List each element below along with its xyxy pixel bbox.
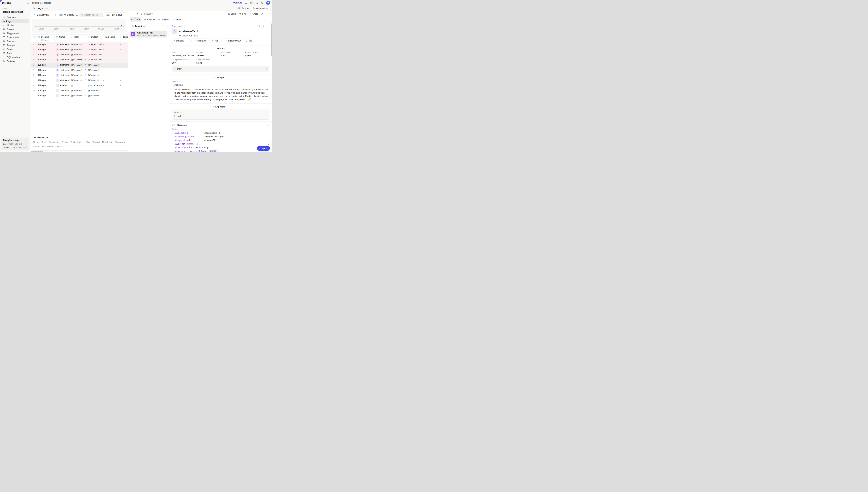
select-all-cell[interactable] <box>30 34 36 42</box>
json-view-icon[interactable]: { } <box>256 25 260 27</box>
column-header-tags[interactable]: Tags <box>118 34 128 42</box>
find-button[interactable]: Find <box>239 13 246 15</box>
table-row-5[interactable]: 5 12h ago ai.streamT… [{"content":" … [{… <box>30 63 128 68</box>
display-button[interactable]: Display <box>64 14 74 16</box>
table-row-4[interactable]: 4 12h ago ai.streamT… [{"content":" … AI… <box>30 57 128 63</box>
traces-histogram[interactable]: Sat 14 12 PM Feb 15 12 PM Mon 16 12 PM <box>32 19 126 33</box>
footer-link-changelog[interactable]: Changelog <box>115 141 125 143</box>
close-panel-button[interactable] <box>266 11 271 16</box>
filter-button[interactable]: Filter <box>54 14 63 16</box>
sidebar-item-prompts[interactable]: Prompts <box>1 43 29 47</box>
review-button[interactable]: Review <box>238 7 249 9</box>
horizontal-scrollbar-thumb[interactable] <box>31 151 43 152</box>
output-format-selector[interactable]: LLM <box>172 80 269 82</box>
footer-link-home[interactable]: Home <box>33 141 39 143</box>
sidebar-item-experiments[interactable]: Experiments <box>1 35 29 39</box>
output-section-header[interactable]: Output <box>172 76 269 79</box>
sidebar-item-sql-sandbox[interactable]: SQL sandbox <box>1 55 29 59</box>
table-row-1[interactable]: 1 12h ago ai.streamT… [{"content":" … AI… <box>30 42 128 47</box>
footer-link-docs[interactable]: Docs <box>42 141 46 143</box>
tag-button[interactable]: Tag <box>244 39 254 43</box>
chevron-down-icon[interactable] <box>267 84 269 86</box>
upgrade-link[interactable]: Upgrade <box>233 2 242 4</box>
select-all-checkbox[interactable] <box>33 36 36 38</box>
footer-link-legal[interactable]: Legal <box>55 146 63 148</box>
download-span-icon[interactable] <box>263 25 265 27</box>
sidebar-item-datasets[interactable]: Datasets <box>1 39 29 43</box>
metadata-section-header[interactable]: { } Metadata <box>172 124 269 127</box>
tab-thread[interactable]: Thread <box>157 17 170 22</box>
footer-link-blog[interactable]: Blog <box>86 141 90 143</box>
preferences-icon[interactable] <box>261 1 264 4</box>
avatar[interactable] <box>266 1 270 5</box>
collapse-sections-icon[interactable] <box>267 25 269 27</box>
trace-tree-item-selected[interactable]: A\ ai.streamText 3.69s, 9,347 tok, Claud… <box>130 30 167 38</box>
collapse-sidebar-icon[interactable] <box>27 1 29 4</box>
table-row-6[interactable]: 6 12h ago ai.streamT… [{"content":" … [{… <box>30 68 128 73</box>
flag-for-review-button[interactable]: Flag for review <box>222 39 242 43</box>
footer-link-discord[interactable]: Discord <box>93 141 100 143</box>
add-dataset-button[interactable]: +Dataset <box>172 39 185 43</box>
table-row-7[interactable]: 7 12h ago ai.streamT… [{"content":" … [{… <box>30 73 128 78</box>
footer-link-contact-sales[interactable]: Contact sales <box>71 141 83 143</box>
table-row-11[interactable]: 11 12h ago ai.streamT… [{"content":" … [… <box>30 93 128 98</box>
column-header-output[interactable]: Output <box>86 34 102 42</box>
expected-section-header[interactable]: = Expected <box>172 105 269 108</box>
sidebar-item-review[interactable]: Review <box>1 27 29 31</box>
input-section-collapsed[interactable]: Input <box>172 66 269 72</box>
help-icon[interactable] <box>250 1 253 4</box>
page-menu-button[interactable]: ••• <box>45 7 48 9</box>
column-header-input[interactable]: Input <box>70 34 86 42</box>
metadata-expand-icon[interactable] <box>172 143 174 145</box>
sidebar-item-playgrounds[interactable]: Playgrounds <box>1 31 29 35</box>
search-icon[interactable] <box>255 1 258 4</box>
footer-link-customers[interactable]: Customers <box>49 141 59 143</box>
metrics-section-header[interactable]: Metrics <box>172 47 269 50</box>
metadata-format-selector[interactable]: Pretty <box>172 128 269 130</box>
footer-link-trust-center[interactable]: Trust center <box>42 146 53 148</box>
share-button[interactable]: Share <box>249 13 258 15</box>
sidebar-item-logs[interactable]: Logs <box>1 19 29 23</box>
next-trace-icon[interactable] <box>140 13 143 15</box>
metadata-row-ai-response-finishreason[interactable]: ai.response.finishReason stop <box>172 146 269 149</box>
score-button[interactable]: %Score <box>228 13 236 15</box>
previous-trace-icon[interactable] <box>136 13 138 15</box>
docs-icon[interactable] <box>245 1 247 4</box>
footer-link-pricing[interactable]: Pricing <box>61 141 68 143</box>
sidebar-item-monitor[interactable]: Monitor <box>1 23 29 27</box>
tree-menu-icon[interactable]: ⋮ <box>165 25 167 28</box>
time-range-selector[interactable]: 3d Past 3 days <box>105 13 126 17</box>
metadata-row-ai-prompt[interactable]: ai.prompt PARSED {2} <box>172 142 269 146</box>
footer-brand[interactable]: Braintrust <box>33 136 126 139</box>
collapse-all-icon[interactable] <box>161 25 163 27</box>
automations-button[interactable]: Automations <box>251 6 270 10</box>
metadata-row-ai-model-id[interactable]: ai.model.id claude-haiku-4-5 <box>172 131 269 135</box>
column-header-created[interactable]: Created 11 traces <box>36 34 54 42</box>
metadata-row-ai-response-providermetadata[interactable]: ai.response.providerMetadata PARSED {1} <box>172 149 269 152</box>
table-row-10[interactable]: 10 12h ago ai.streamT… [{"content":" … [… <box>30 88 128 93</box>
dataset-more-button[interactable]: ⋯ <box>185 39 190 43</box>
view-selector[interactable]: Default view <box>32 13 53 17</box>
org-switcher[interactable]: Directus <box>2 2 14 4</box>
open-external-icon[interactable] <box>261 13 263 15</box>
tab-views[interactable]: Views <box>171 17 182 22</box>
tab-timeline[interactable]: Timeline <box>142 17 156 22</box>
column-header-name[interactable]: Name <box>54 34 70 42</box>
column-header-expected[interactable]: =Expected <box>102 34 118 42</box>
sidebar-item-overview[interactable]: Overview <box>1 15 29 19</box>
expected-format-selector[interactable]: YAML <box>174 111 268 113</box>
vertical-scrollbar-thumb[interactable] <box>271 23 272 56</box>
metadata-row-ai-operationid[interactable]: ai.operationId ai.streamText <box>172 138 269 142</box>
project-selector[interactable]: default-otel-project <box>2 10 28 13</box>
export-icon[interactable] <box>76 14 78 16</box>
metadata-row-ai-model-provider[interactable]: ai.model.provider anthropic.messages <box>172 135 269 138</box>
footer-link-newsletter[interactable]: Newsletter <box>102 141 112 143</box>
expand-trace-button[interactable] <box>130 11 134 16</box>
trace-tree-toggle[interactable]: Trace tree <box>130 24 147 28</box>
search-traces-input[interactable]: Search traces <box>79 13 103 17</box>
usage-card[interactable]: Free plan usage Logs 0.0004 of 1 GB Scor… <box>1 138 29 150</box>
table-row-2[interactable]: 2 12h ago ai.streamT… [{"content":" … AI… <box>30 47 128 52</box>
horizontal-scrollbar[interactable] <box>30 150 128 152</box>
tab-trace[interactable]: Trace <box>130 17 142 22</box>
add-playground-button[interactable]: +Playground <box>192 39 208 43</box>
